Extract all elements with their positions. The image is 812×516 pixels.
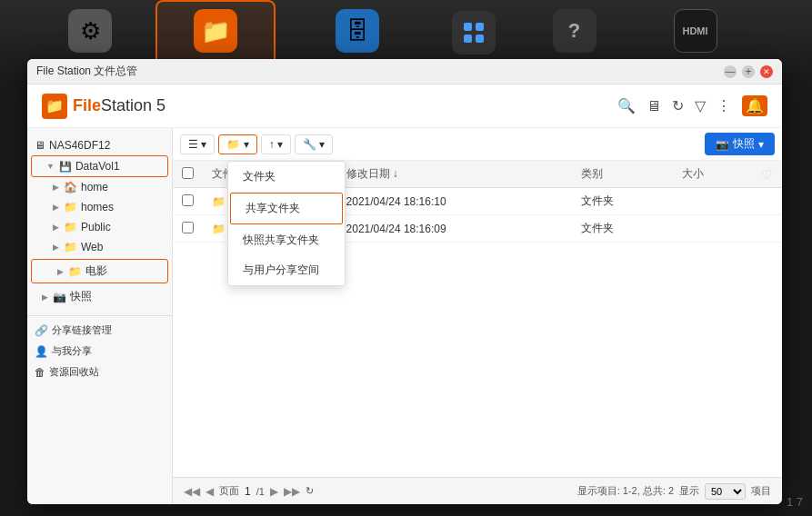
- sidebar-item-movie[interactable]: ▶ 📁 电影: [31, 259, 168, 283]
- share-link-label: 分享链接管理: [52, 323, 112, 337]
- header-icons: 🔍 🖥 ↻ ▽ ⋮ 🔔: [617, 95, 767, 116]
- page-label: 页面: [219, 484, 239, 498]
- snapshot-arrow: ▶: [42, 293, 48, 302]
- home-arrow: ▶: [53, 183, 59, 192]
- items-label: 项目: [751, 484, 771, 498]
- page-total: /1: [256, 486, 265, 497]
- share-link-icon: 🔗: [35, 324, 48, 337]
- recycle-icon: 🗑: [35, 366, 45, 379]
- col-size[interactable]: 大小: [673, 161, 752, 188]
- search-icon[interactable]: 🔍: [617, 97, 636, 114]
- more-icon[interactable]: ⋮: [717, 97, 731, 114]
- web-label: Web: [81, 241, 103, 253]
- nas-label: NAS46DF12: [49, 139, 110, 152]
- upload-button[interactable]: ↑ ▾: [261, 134, 291, 154]
- file-station-header: 📁 FileStation 5 🔍 🖥 ↻ ▽ ⋮ 🔔: [27, 84, 782, 128]
- pagination: ◀◀ ◀ 页面 1 /1 ▶ ▶▶ ↻: [184, 484, 314, 498]
- public-folder-icon: 📁: [64, 221, 77, 233]
- homes-label: homes: [81, 201, 114, 213]
- notification-icon[interactable]: 🔔: [742, 95, 767, 116]
- file-station-body: 🖥 NAS46DF12 ▼ 💾 DataVol1 ▶ 🏠 home ▶ 📁 ho…: [27, 128, 782, 504]
- bottom-bar: ◀◀ ◀ 页面 1 /1 ▶ ▶▶ ↻ 显示项目: 1-2, 总共: 2 显示 …: [173, 477, 782, 504]
- svg-rect-0: [464, 23, 472, 31]
- row-modified: 2021/04/24 18:16:09: [337, 215, 572, 243]
- snapshot-icon: 📷: [53, 291, 66, 303]
- row-favorite[interactable]: [752, 188, 782, 215]
- row-size: [673, 215, 752, 243]
- sidebar-item-recycle[interactable]: 🗑 资源回收站: [27, 362, 172, 382]
- storage-icon: 🗄: [336, 9, 379, 53]
- current-page: 1: [245, 485, 251, 498]
- list-view-button[interactable]: ☰ ▾: [180, 134, 215, 154]
- refresh-icon[interactable]: ↻: [672, 97, 684, 114]
- snapshot-label: 快照: [70, 289, 92, 304]
- movie-folder-icon: 📁: [68, 265, 82, 278]
- logo-file: File: [73, 96, 101, 114]
- maximize-button[interactable]: +: [742, 65, 755, 78]
- dropdown-item-snapshot-folder[interactable]: 快照共享文件夹: [228, 225, 345, 255]
- sidebar-item-datavol1[interactable]: ▼ 💾 DataVol1: [31, 155, 168, 177]
- select-all-checkbox[interactable]: [182, 167, 194, 179]
- col-modified[interactable]: 修改日期 ↓: [337, 161, 572, 188]
- close-button[interactable]: ✕: [760, 65, 773, 78]
- sidebar-item-home[interactable]: ▶ 🏠 home: [27, 177, 172, 197]
- refresh-bottom-icon[interactable]: ↻: [306, 485, 314, 497]
- bottom-info: 显示项目: 1-2, 总共: 2 显示 50 100 200 项目: [577, 483, 771, 500]
- filter-icon[interactable]: ▽: [695, 97, 706, 114]
- minimize-button[interactable]: —: [724, 65, 737, 78]
- col-type[interactable]: 类别: [572, 161, 673, 188]
- display-count-select[interactable]: 50 100 200: [705, 483, 746, 500]
- public-arrow: ▶: [53, 223, 59, 232]
- first-page-button[interactable]: ◀◀: [184, 485, 200, 498]
- shared-with-me-label: 与我分享: [52, 344, 92, 358]
- logo-icon: 📁: [42, 94, 67, 119]
- last-page-button[interactable]: ▶▶: [284, 485, 300, 498]
- window-controls: — + ✕: [724, 65, 773, 78]
- logo-text: FileStation 5: [73, 96, 165, 115]
- row-checkbox[interactable]: [173, 215, 203, 243]
- home-folder-icon: 🏠: [64, 181, 77, 194]
- sidebar-item-homes[interactable]: ▶ 📁 homes: [27, 197, 172, 217]
- tools-button[interactable]: 🔧 ▾: [295, 134, 333, 154]
- sidebar-item-nas[interactable]: 🖥 NAS46DF12: [27, 135, 172, 155]
- sidebar-item-web[interactable]: ▶ 📁 Web: [27, 237, 172, 257]
- toolbar: ☰ ▾ 📁 ▾ ↑ ▾ 🔧 ▾ 📷 快照 ▾ 文件夹 共享文件夹 快照共享文件夹…: [173, 128, 782, 161]
- col-favorite: ♡: [752, 161, 782, 188]
- app-center-icon: [452, 11, 496, 55]
- expand-arrow: ▼: [46, 162, 55, 171]
- dropdown-menu: 文件夹 共享文件夹 快照共享文件夹 与用户分享空间: [227, 161, 346, 286]
- file-station-logo: 📁 FileStation 5: [42, 94, 165, 119]
- shared-with-me-icon: 👤: [35, 345, 48, 358]
- favorite-icon: ♡: [761, 167, 773, 182]
- row-favorite[interactable]: [752, 215, 782, 243]
- web-folder-icon: 📁: [64, 241, 77, 253]
- window-title: File Station 文件总管: [36, 64, 717, 79]
- sidebar: 🖥 NAS46DF12 ▼ 💾 DataVol1 ▶ 🏠 home ▶ 📁 ho…: [27, 128, 173, 504]
- datavol1-label: DataVol1: [75, 160, 120, 173]
- new-folder-button[interactable]: 📁 ▾: [218, 134, 256, 154]
- display-icon[interactable]: 🖥: [647, 98, 661, 114]
- quick-access-label: 快照: [733, 136, 755, 152]
- dropdown-item-folder[interactable]: 文件夹: [228, 162, 345, 192]
- public-label: Public: [81, 221, 111, 233]
- dropdown-item-shared-folder[interactable]: 共享文件夹: [230, 193, 343, 224]
- title-bar: File Station 文件总管 — + ✕: [27, 59, 782, 84]
- corner-number: 1 7: [787, 495, 803, 509]
- prev-page-button[interactable]: ◀: [206, 485, 214, 498]
- folder-icon: 📁: [212, 195, 228, 208]
- file-station-icon: 📁: [194, 9, 237, 53]
- sidebar-item-share-link[interactable]: 🔗 分享链接管理: [27, 320, 172, 341]
- quick-access-button[interactable]: 📷 快照 ▾: [705, 133, 775, 155]
- homes-arrow: ▶: [53, 203, 59, 212]
- svg-rect-2: [464, 35, 472, 43]
- row-checkbox[interactable]: [173, 188, 203, 215]
- next-page-button[interactable]: ▶: [270, 485, 278, 498]
- folder-icon: 📁: [212, 223, 228, 235]
- sidebar-item-shared-with-me[interactable]: 👤 与我分享: [27, 341, 172, 362]
- sidebar-item-public[interactable]: ▶ 📁 Public: [27, 217, 172, 237]
- control-panel-icon: ⚙: [68, 9, 112, 53]
- sidebar-item-snapshot[interactable]: ▶ 📷 快照: [27, 285, 172, 308]
- svg-rect-3: [476, 35, 484, 43]
- dropdown-item-user-space[interactable]: 与用户分享空间: [228, 255, 345, 285]
- file-station-window: File Station 文件总管 — + ✕ 📁 FileStation 5 …: [27, 59, 782, 504]
